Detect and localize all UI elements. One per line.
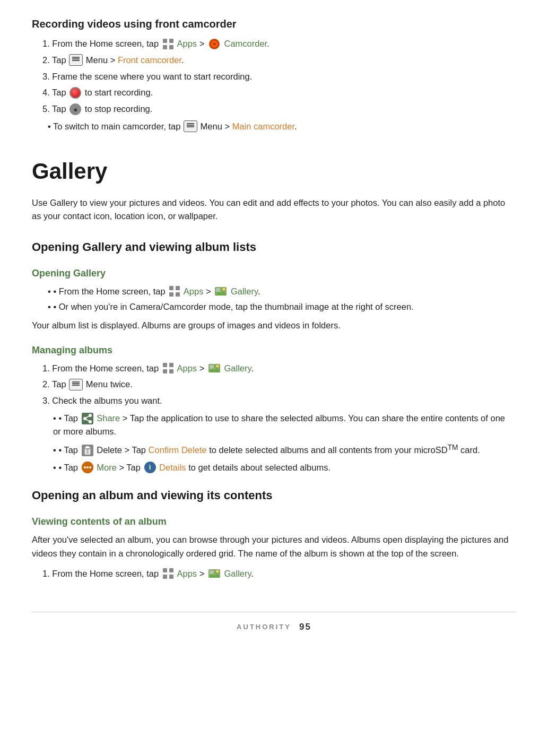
viewing-steps: 1. From the Home screen, tap Apps > xyxy=(32,567,516,580)
menu-icon-1 xyxy=(69,54,83,66)
opening-gallery-bullet-1: • From the Home screen, tap Apps > xyxy=(48,285,516,298)
album-list-text: Your album list is displayed. Albums are… xyxy=(32,319,516,333)
stop-icon xyxy=(69,103,81,115)
recording-bullets: To switch to main camcorder, tap Menu > … xyxy=(32,120,516,133)
svg-point-6 xyxy=(213,42,216,46)
opening-gallery-section-heading: Opening Gallery and viewing album lists xyxy=(32,238,516,256)
svg-rect-18 xyxy=(169,369,173,373)
apps-label-2: Apps xyxy=(184,286,204,296)
gallery-heading: Gallery xyxy=(32,154,516,188)
managing-step-2: 2. Tap Menu twice. xyxy=(42,378,516,391)
svg-rect-20 xyxy=(210,365,214,369)
svg-rect-41 xyxy=(163,575,167,579)
apps-icon-3 xyxy=(162,362,174,374)
svg-rect-8 xyxy=(176,286,180,290)
svg-rect-40 xyxy=(169,568,173,572)
viewing-step-1: 1. From the Home screen, tap Apps > xyxy=(42,567,516,580)
footer: AUTHORITY 95 xyxy=(32,612,516,634)
details-link: Details xyxy=(159,463,186,472)
opening-gallery-subheading: Opening Gallery xyxy=(32,266,516,281)
svg-rect-16 xyxy=(169,363,173,367)
page-number: 95 xyxy=(299,620,311,634)
viewing-contents-subheading: Viewing contents of an album xyxy=(32,515,516,529)
apps-label-4: Apps xyxy=(177,569,197,578)
svg-rect-39 xyxy=(163,568,167,572)
apps-label-3: Apps xyxy=(177,363,197,373)
step-3: 3. Frame the scene where you want to sta… xyxy=(42,70,516,83)
gallery-intro: Use Gallery to view your pictures and vi… xyxy=(32,196,516,223)
svg-rect-44 xyxy=(210,570,214,574)
share-bullet: • Tap Share > Tap the application to use… xyxy=(53,412,516,438)
svg-rect-7 xyxy=(169,286,173,290)
managing-step-1: 1. From the Home screen, tap Apps > xyxy=(42,362,516,375)
svg-rect-12 xyxy=(216,288,220,292)
step-5: 5. Tap to stop recording. xyxy=(42,102,516,116)
gallery-label-1: Gallery xyxy=(231,286,258,296)
delete-bullet: • Tap Delete > Tap Confirm Delete to del… xyxy=(53,442,516,456)
share-icon xyxy=(82,413,93,424)
svg-rect-17 xyxy=(163,369,167,373)
svg-rect-0 xyxy=(163,39,167,43)
svg-rect-2 xyxy=(163,45,167,49)
svg-rect-10 xyxy=(176,292,180,297)
step-4: 4. Tap to start recording. xyxy=(42,86,516,99)
svg-rect-3 xyxy=(169,45,173,49)
managing-albums-subheading: Managing albums xyxy=(32,343,516,358)
delete-icon xyxy=(82,445,93,456)
gallery-label-2: Gallery xyxy=(224,363,251,373)
more-bullet: • Tap More > Tap i Details to get detail… xyxy=(53,461,516,474)
menu-icon-3 xyxy=(69,379,83,390)
step-1: 1. From the Home screen, tap Apps > xyxy=(42,37,516,50)
step-2: 2. Tap Menu > Front camcorder. xyxy=(42,54,516,67)
svg-point-14 xyxy=(223,288,225,291)
record-icon xyxy=(69,87,81,99)
apps-icon-1 xyxy=(162,38,174,50)
main-camcorder-link: Main camcorder xyxy=(232,121,294,131)
gallery-icon-3 xyxy=(208,568,221,579)
svg-rect-30 xyxy=(85,447,90,448)
gallery-icon-1 xyxy=(214,285,227,297)
opening-gallery-bullets: • From the Home screen, tap Apps > xyxy=(32,285,516,314)
switch-camcorder-bullet: To switch to main camcorder, tap Menu > … xyxy=(48,120,516,133)
managing-steps: 1. From the Home screen, tap Apps > xyxy=(32,362,516,407)
recording-section: Recording videos using front camcorder 1… xyxy=(32,16,516,133)
recording-steps: 1. From the Home screen, tap Apps > xyxy=(32,37,516,116)
authority-text: AUTHORITY xyxy=(237,622,291,632)
apps-icon-2 xyxy=(169,285,180,297)
gallery-icon-2 xyxy=(208,362,221,374)
svg-point-38 xyxy=(89,466,91,468)
share-label: Share xyxy=(97,413,120,423)
managing-step-3: 3. Check the albums you want. xyxy=(42,394,516,407)
svg-rect-1 xyxy=(169,39,173,43)
svg-rect-15 xyxy=(163,363,167,367)
confirm-delete-link: Confirm Delete xyxy=(149,445,207,455)
managing-bullets: • Tap Share > Tap the application to use… xyxy=(32,412,516,474)
viewing-contents-body: After you've selected an album, you can … xyxy=(32,533,516,560)
menu-icon-2 xyxy=(184,120,197,132)
details-icon: i xyxy=(144,462,156,473)
opening-gallery-bullet-2: • Or when you're in Camera/Camcorder mod… xyxy=(48,300,516,314)
svg-rect-42 xyxy=(169,575,173,579)
album-contents-heading: Opening an album and viewing its content… xyxy=(32,486,516,504)
apps-label-1: Apps xyxy=(177,39,197,48)
gallery-section: Gallery Use Gallery to view your picture… xyxy=(32,154,516,580)
step-1-number: 1. From the Home screen, tap xyxy=(42,39,161,48)
svg-rect-31 xyxy=(86,446,89,447)
svg-point-36 xyxy=(84,466,86,468)
camcorder-icon xyxy=(208,38,221,50)
more-icon xyxy=(82,462,93,473)
svg-point-22 xyxy=(216,365,219,368)
svg-rect-9 xyxy=(169,292,173,297)
apps-icon-4 xyxy=(162,568,174,579)
more-label: More xyxy=(97,463,117,472)
recording-title: Recording videos using front camcorder xyxy=(32,16,516,32)
front-camcorder-link: Front camcorder xyxy=(118,55,181,65)
svg-point-46 xyxy=(216,570,219,573)
svg-point-37 xyxy=(86,466,89,468)
gallery-label-3: Gallery xyxy=(224,569,251,578)
camcorder-label: Camcorder xyxy=(224,39,267,48)
